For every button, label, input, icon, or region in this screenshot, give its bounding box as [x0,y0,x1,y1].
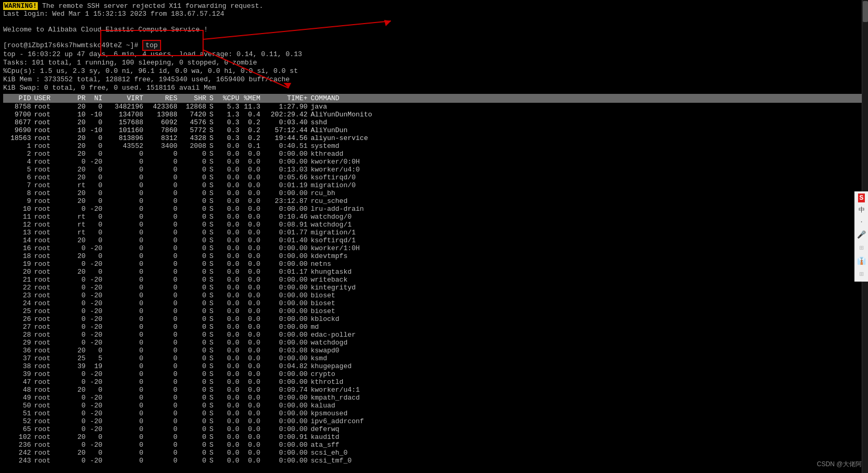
cell-res: 0 [146,166,181,174]
cell-s: S [209,189,219,197]
cell-ni: -20 [88,307,104,315]
taskbar-icon-dot[interactable]: · [859,218,864,227]
cell-virt: 0 [104,386,146,394]
cell-pr: 0 [71,339,88,347]
cell-res: 0 [146,331,181,339]
table-row: 8 root 20 0 0 0 0 S 0.0 0.0 0:00.00 rcu_… [3,189,865,197]
cell-time: 57:12.44 [263,126,311,134]
cell-ni: -20 [88,402,104,410]
cell-time: 0:00.00 [263,354,311,362]
taskbar-icon-apps[interactable]: ⊞ [858,268,864,280]
cell-ni: 0 [88,119,104,126]
cell-ni: 0 [88,213,104,221]
cell-time: 0:00.00 [263,276,311,284]
cell-user: root [34,378,71,386]
cell-cmd: rcu_bh [311,189,863,197]
cell-cmd: kintegrityd [311,284,863,292]
prompt-command-line: [root@iZbp17s6ks7hwmtsko49teZ ~]# top [3,41,865,49]
cell-virt: 0 [104,292,146,299]
cell-time: 0:00.00 [263,394,311,402]
cell-user: root [34,276,71,284]
cell-pid: 11 [5,213,34,221]
cell-res: 8312 [146,134,181,142]
table-row: 7 root rt 0 0 0 0 S 0.0 0.0 0:01.19 migr… [3,181,865,189]
cell-time: 0:09.74 [263,386,311,394]
cell-s: S [209,410,219,417]
cell-mem: 0.0 [242,457,263,465]
cell-s: S [209,142,219,150]
cell-ni: 0 [88,229,104,236]
cell-time: 0:01.77 [263,229,311,236]
cell-s: S [209,244,219,252]
cell-cpu: 1.3 [219,111,242,119]
taskbar-icon-mic[interactable]: 🎤 [856,229,867,240]
cell-ni: 0 [88,221,104,229]
cell-s: S [209,126,219,134]
table-row: 27 root 0 -20 0 0 0 S 0.0 0.0 0:00.00 md [3,323,865,331]
cell-ni: -20 [88,244,104,252]
cell-s: S [209,347,219,354]
cell-shr: 0 [181,354,209,362]
cell-ni: -20 [88,205,104,213]
cell-s: S [209,213,219,221]
cell-shr: 0 [181,174,209,181]
table-row: 14 root 20 0 0 0 0 S 0.0 0.0 0:01.40 kso… [3,236,865,244]
cell-s: S [209,417,219,425]
cell-user: root [34,236,71,244]
cell-s: S [209,268,219,276]
cell-pr: 0 [71,425,88,433]
cell-ni: -20 [88,260,104,268]
cell-s: S [209,339,219,347]
cell-res: 0 [146,181,181,189]
cell-virt: 0 [104,307,146,315]
cell-pr: 0 [71,284,88,292]
cell-mem: 0.0 [242,221,263,229]
cell-pid: 25 [5,307,34,315]
cell-ni: -20 [88,299,104,307]
cell-shr: 0 [181,331,209,339]
cell-user: root [34,292,71,299]
cell-mem: 0.0 [242,299,263,307]
cell-shr: 0 [181,315,209,323]
table-row: 49 root 0 -20 0 0 0 S 0.0 0.0 0:00.00 km… [3,394,865,402]
cell-cpu: 0.0 [219,252,242,260]
cell-res: 0 [146,370,181,378]
cell-virt: 0 [104,417,146,425]
taskbar-icon-shirt[interactable]: 👔 [856,255,867,266]
table-row: 2 root 20 0 0 0 0 S 0.0 0.0 0:00.00 kthr… [3,150,865,158]
taskbar-icon-sougou[interactable]: S [858,194,865,202]
scrollbar-thumb[interactable] [863,1,868,22]
table-row: 16 root 0 -20 0 0 0 S 0.0 0.0 0:00.00 kw… [3,244,865,252]
cell-time: 0:01.17 [263,268,311,276]
cell-cpu: 0.0 [219,299,242,307]
taskbar-icon-zh[interactable]: 中 [858,205,866,216]
cell-shr: 0 [181,378,209,386]
cell-ni: 0 [88,197,104,205]
cell-user: root [34,347,71,354]
cell-shr: 0 [181,158,209,166]
cell-mem: 0.0 [242,323,263,331]
cell-pr: 20 [71,252,88,260]
cell-ni: 0 [88,433,104,441]
cell-mem: 0.0 [242,378,263,386]
cell-res: 0 [146,189,181,197]
cell-s: S [209,205,219,213]
cell-cmd: kworker/1:0H [311,244,863,252]
cell-time: 0:00.00 [263,205,311,213]
taskbar[interactable]: S 中 · 🎤 ⊞ 👔 ⊞ [854,191,868,282]
cell-time: 0:00.00 [263,323,311,331]
cell-time: 0:13.03 [263,166,311,174]
cell-res: 6092 [146,119,181,126]
table-row: 1 root 20 0 43552 3400 2008 S 0.0 0.1 0:… [3,142,865,150]
taskbar-icon-grid[interactable]: ⊞ [858,242,864,253]
cell-pr: 20 [71,166,88,174]
cell-pid: 9690 [5,126,34,134]
cell-pr: rt [71,221,88,229]
cell-shr: 0 [181,284,209,292]
cell-res: 0 [146,236,181,244]
cell-cpu: 0.0 [219,166,242,174]
cell-virt: 0 [104,354,146,362]
cell-time: 0:00.00 [263,378,311,386]
cell-cpu: 0.0 [219,174,242,181]
table-row: 243 root 0 -20 0 0 0 S 0.0 0.0 0:00.00 s… [3,457,865,465]
